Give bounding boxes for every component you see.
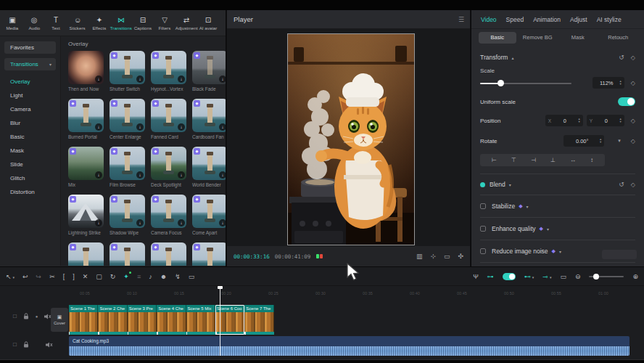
gallery-item[interactable]: ◆↓Center Enlarge xyxy=(110,99,145,140)
hide-track-icon[interactable]: □ xyxy=(13,341,17,348)
scale-value-box[interactable]: 112% ▴▾ xyxy=(593,77,624,89)
tab-ai-stylize[interactable]: AI stylize xyxy=(597,16,622,23)
checkbox-icon[interactable] xyxy=(480,226,486,232)
zoom-slider[interactable] xyxy=(589,274,624,280)
timeline-clip[interactable]: Scene 3 Pre xyxy=(128,305,157,335)
gallery-item[interactable]: ◆↓Lightning Strike xyxy=(68,195,104,236)
sidebar-item-basic[interactable]: Basic xyxy=(0,130,60,144)
gallery-item[interactable]: ◆↓Hypnot...Vortex xyxy=(151,51,186,92)
reset-blend-icon[interactable]: ↺ xyxy=(619,181,624,188)
player-menu-icon[interactable]: ☰ xyxy=(458,10,464,29)
mute-icon[interactable] xyxy=(46,342,53,348)
split-icon[interactable]: ✂ xyxy=(49,273,55,280)
sidebar-item-camera[interactable]: Camera xyxy=(0,102,60,116)
timeline-ruler[interactable]: 00:0500:1000:1500:2000:2500:3000:3500:40… xyxy=(69,286,644,304)
lock-icon[interactable] xyxy=(23,313,29,319)
transform-keyframe-icon[interactable]: ◇ xyxy=(631,54,635,61)
mask-tool-icon[interactable]: ▢ xyxy=(96,273,102,280)
gallery-item[interactable]: ◆↓Film Browse xyxy=(110,147,145,188)
toolbar-item-text[interactable]: TText xyxy=(45,16,67,30)
focus-icon[interactable]: ⊹ xyxy=(430,253,436,260)
playhead[interactable] xyxy=(220,286,220,356)
gallery-item[interactable]: ◆↓Burned Portal xyxy=(68,99,104,140)
align-center-h-icon[interactable]: ↔ xyxy=(570,157,576,163)
tab-adjust[interactable]: Adjust xyxy=(570,16,587,23)
subtab-retouch[interactable]: Retouch xyxy=(600,32,637,44)
tab-animation[interactable]: Animation xyxy=(533,16,561,23)
apply-button[interactable] xyxy=(602,250,637,259)
select-tool-icon[interactable]: ↖▾ xyxy=(6,273,15,280)
checkbox-icon[interactable] xyxy=(480,248,486,254)
scale-slider[interactable] xyxy=(480,80,571,86)
category-dropdown[interactable]: Transitions ▾ xyxy=(4,58,56,70)
zoom-out-icon[interactable]: ⊖ xyxy=(575,273,581,280)
gallery-item[interactable]: ◆↓Shutter Switch xyxy=(110,51,145,92)
gallery-item[interactable]: ◆↓ xyxy=(68,242,104,266)
tab-video[interactable]: Video xyxy=(481,16,497,23)
toolbar-item-media[interactable]: ▣Media xyxy=(1,16,23,30)
layers-tool-icon[interactable]: ≡ xyxy=(137,273,141,280)
subtab-basic[interactable]: Basic xyxy=(479,32,516,44)
smart-tool-icon[interactable]: ✦ xyxy=(123,273,129,280)
avatar-tool-icon[interactable]: ☻ xyxy=(160,273,167,280)
checkbox-icon[interactable] xyxy=(480,203,486,209)
collapse-icon[interactable]: ▴ xyxy=(511,55,513,60)
subtab-mask[interactable]: Mask xyxy=(559,32,597,44)
rotate-stepper[interactable]: ▴▾ xyxy=(600,138,601,144)
gallery-item[interactable]: ◆↓Camera Focus xyxy=(151,195,186,236)
gallery-item[interactable]: ◆↓Deck Spotlight xyxy=(151,147,186,188)
gallery-item[interactable]: ◆↓Come Apart xyxy=(192,195,226,236)
audio-tool-icon[interactable]: ♪ xyxy=(149,273,152,280)
sidebar-item-overlay[interactable]: Overlay xyxy=(0,75,60,89)
position-y-stepper[interactable]: ▴▾ xyxy=(620,118,622,123)
sidebar-item-distortion[interactable]: Distortion xyxy=(0,185,60,199)
quality-icon[interactable]: ▭ xyxy=(444,253,450,260)
sidebar-item-mask[interactable]: Mask xyxy=(0,144,60,158)
rotate-keyframe-icon[interactable]: ◇ xyxy=(631,138,635,144)
align-right-icon[interactable]: ⊣ xyxy=(531,157,536,163)
rotate-dropdown-icon[interactable]: ▾ xyxy=(618,138,621,144)
uniform-scale-toggle[interactable] xyxy=(618,97,635,106)
toolbar-item-audio[interactable]: ◎Audio xyxy=(23,16,45,30)
gallery-item[interactable]: ◆↓Cardboard Fan xyxy=(192,99,226,140)
scale-stepper[interactable]: ▴▾ xyxy=(620,80,622,86)
preview-axis-icon[interactable]: ⊷▾ xyxy=(524,273,534,280)
toolbar-item-filters[interactable]: ▽Filters xyxy=(154,16,176,30)
toolbar-item-effects[interactable]: ✦Effects xyxy=(88,16,110,30)
video-preview[interactable] xyxy=(287,33,415,245)
snap-icon[interactable]: ⊶ xyxy=(487,273,494,280)
trim-right-icon[interactable]: ] xyxy=(73,273,75,280)
tab-speed[interactable]: Speed xyxy=(506,16,524,23)
fullscreen-icon[interactable]: ✣ xyxy=(458,253,463,260)
toolbar-item-ai-avatar[interactable]: ⊡AI avatar xyxy=(197,16,219,30)
gallery-item[interactable]: ◆↓Mix xyxy=(68,147,104,188)
toolbar-item-adjustment[interactable]: ⇄Adjustment xyxy=(176,16,197,30)
toolbar-item-transitions[interactable]: ⋈Transitions xyxy=(110,16,132,30)
align-top-icon[interactable]: ⊤ xyxy=(511,157,516,163)
favorites-button[interactable]: Favorites xyxy=(4,41,56,54)
position-y-box[interactable]: Y 0 ▴▾ xyxy=(587,115,624,126)
panel-tool-icon[interactable]: ▭ xyxy=(189,273,195,280)
blend-keyframe-icon[interactable]: ◇ xyxy=(631,182,635,188)
hide-track-icon[interactable]: □ xyxy=(13,313,17,319)
lock-icon[interactable] xyxy=(23,341,29,348)
position-x-box[interactable]: X 0 ▴▾ xyxy=(545,115,583,126)
audio-clip[interactable]: Cat Cooking.mp3 xyxy=(69,336,629,356)
align-bottom-icon[interactable]: ⊥ xyxy=(550,157,556,163)
scale-keyframe-icon[interactable]: ◇ xyxy=(631,80,635,86)
gallery-item[interactable]: ◆↓World Bender xyxy=(192,147,226,188)
sidebar-item-blur[interactable]: Blur xyxy=(0,116,60,130)
chevron-down-icon[interactable]: ▾ xyxy=(527,204,529,209)
timeline-clip[interactable]: Scene 1 The xyxy=(69,305,98,335)
chevron-down-icon[interactable]: ▾ xyxy=(547,227,549,232)
blend-check-icon[interactable] xyxy=(480,182,485,187)
timeline-clip[interactable]: Scene 2 Che xyxy=(98,305,127,335)
blend-caret-icon[interactable]: ▾ xyxy=(509,182,511,187)
trim-left-icon[interactable]: [ xyxy=(63,273,65,280)
loop-tool-icon[interactable]: ↻ xyxy=(110,273,116,280)
gallery-item[interactable]: ◆↓ xyxy=(192,242,226,266)
timeline-clip[interactable]: Scene 7 The xyxy=(244,305,273,335)
position-x-stepper[interactable]: ▴▾ xyxy=(579,118,580,123)
gallery-item[interactable]: ◆↓ xyxy=(151,242,186,266)
timeline-clip[interactable]: Scene 4 Che xyxy=(157,305,186,335)
